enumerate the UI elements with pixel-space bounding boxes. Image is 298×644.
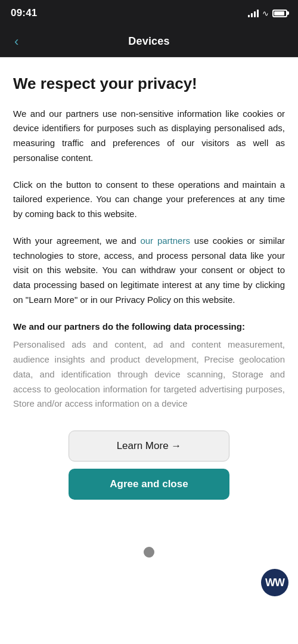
signal-icon — [248, 9, 259, 17]
nav-title: Devices — [128, 35, 169, 48]
back-button[interactable]: ‹ — [10, 29, 23, 54]
data-processing-heading: We and our partners do the following dat… — [13, 320, 285, 335]
buttons-area: Learn More → Agree and close — [13, 431, 285, 500]
battery-icon — [272, 10, 287, 17]
nav-bar: ‹ Devices — [0, 26, 298, 57]
status-time: 09:41 — [11, 7, 37, 19]
privacy-paragraph-1: We and our partners use non-sensitive in… — [13, 107, 285, 166]
content-area: We respect your privacy! We and our part… — [0, 57, 298, 644]
ww-badge: WW — [261, 569, 288, 596]
status-icons: ∿ — [248, 9, 287, 18]
privacy-heading: We respect your privacy! — [13, 74, 285, 94]
data-processing-body: Personalised ads and content, ad and con… — [13, 338, 285, 411]
scroll-indicator — [144, 547, 154, 558]
privacy-paragraph-2: Click on the button to consent to these … — [13, 178, 285, 222]
privacy-paragraph-3: With your agreement, we and our partners… — [13, 234, 285, 308]
partners-link[interactable]: our partners — [140, 236, 190, 246]
paragraph3-prefix: With your agreement, we and — [13, 236, 140, 246]
paragraph3-suffix: use cookies or similar technologies to s… — [13, 236, 285, 305]
agree-close-button[interactable]: Agree and close — [69, 469, 229, 500]
status-bar: 09:41 ∿ — [0, 0, 298, 26]
wifi-icon: ∿ — [262, 9, 269, 18]
learn-more-button[interactable]: Learn More → — [69, 431, 229, 462]
